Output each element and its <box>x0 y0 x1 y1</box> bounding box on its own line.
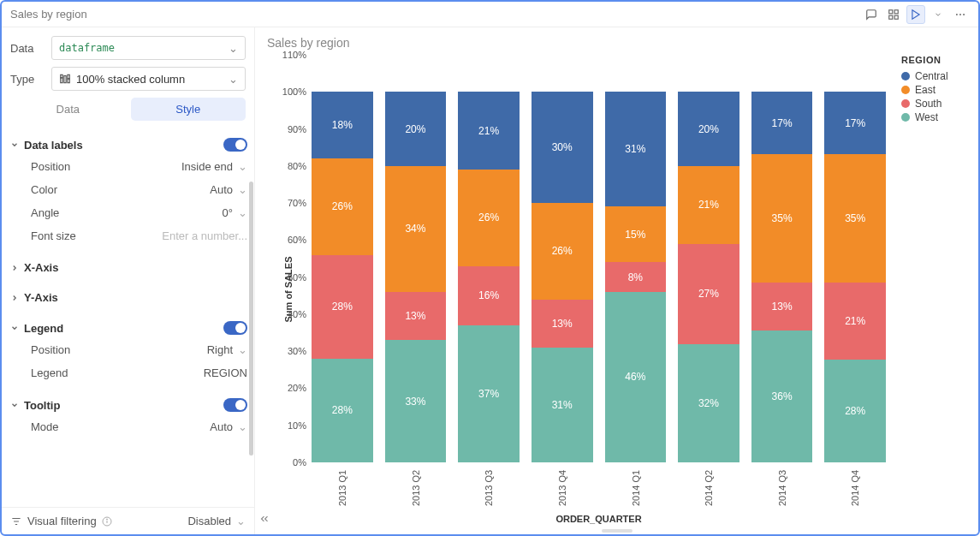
toggle-legend[interactable] <box>223 321 247 335</box>
bar-segment[interactable]: 46% <box>605 292 667 462</box>
y-tick: 100% <box>282 86 306 97</box>
legend-heading: REGION <box>901 55 966 65</box>
lg-position-select[interactable]: Right⌄ <box>207 343 247 356</box>
svg-rect-3 <box>894 15 898 19</box>
legend-swatch <box>901 72 910 80</box>
bar-segment[interactable]: 35% <box>824 154 886 283</box>
bar-column[interactable]: 20%21%27%32% <box>678 92 739 462</box>
bar-column[interactable]: 30%26%13%31% <box>532 92 593 462</box>
x-axis-label: ORDER_QUARTER <box>308 514 889 524</box>
section-yaxis[interactable]: Y-Axis <box>10 288 247 307</box>
svg-rect-1 <box>894 9 898 13</box>
legend-item[interactable]: South <box>901 98 966 110</box>
x-tick-label: 2013 Q3 <box>458 468 520 509</box>
bar-segment[interactable]: 26% <box>532 203 593 299</box>
legend-swatch <box>901 99 910 108</box>
legend-title: Legend <box>24 322 63 335</box>
dl-fontsize-label: Font size <box>31 229 76 242</box>
filter-icon <box>10 515 22 527</box>
toggle-tooltip[interactable] <box>223 398 247 412</box>
dl-fontsize-input[interactable]: Enter a number... <box>162 229 247 242</box>
section-xaxis[interactable]: X-Axis <box>10 258 247 277</box>
legend-item[interactable]: Central <box>901 70 966 82</box>
grid-icon[interactable] <box>884 5 903 24</box>
bar-segment[interactable]: 28% <box>824 360 886 462</box>
svg-marker-4 <box>912 9 919 19</box>
bar-segment[interactable]: 30% <box>532 92 593 203</box>
bar-segment[interactable]: 27% <box>678 244 739 344</box>
bar-segment[interactable]: 28% <box>312 255 373 359</box>
tt-mode-select[interactable]: Auto⌄ <box>210 420 247 433</box>
bar-segment[interactable]: 32% <box>678 344 739 462</box>
tab-style[interactable]: Style <box>131 98 246 121</box>
more-icon[interactable] <box>951 5 970 24</box>
dl-angle-select[interactable]: 0°⌄ <box>223 206 247 219</box>
tab-data[interactable]: Data <box>10 98 126 121</box>
bar-segment[interactable]: 13% <box>751 283 813 331</box>
stacked-column-icon <box>59 73 71 85</box>
dl-position-select[interactable]: Inside end⌄ <box>181 160 247 173</box>
section-legend[interactable]: Legend <box>10 318 247 338</box>
legend-item[interactable]: East <box>901 84 966 96</box>
bar-segment[interactable]: 26% <box>312 158 373 254</box>
dl-color-select[interactable]: Auto⌄ <box>210 183 247 196</box>
bar-segment[interactable]: 37% <box>458 325 520 462</box>
bar-column[interactable]: 18%26%28%28% <box>312 92 373 462</box>
bar-segment[interactable]: 21% <box>678 166 739 244</box>
legend-item[interactable]: West <box>901 111 966 123</box>
bar-column[interactable]: 21%26%16%37% <box>458 92 520 462</box>
run-icon[interactable] <box>906 5 925 24</box>
y-tick: 0% <box>293 457 306 468</box>
bar-segment[interactable]: 20% <box>385 92 447 166</box>
vf-label: Visual filtering <box>27 515 97 527</box>
bar-segment[interactable]: 13% <box>385 292 447 340</box>
chevron-down-icon <box>10 140 19 149</box>
bar-segment[interactable]: 20% <box>678 92 739 166</box>
sidebar-scrollbar[interactable] <box>249 182 253 456</box>
toggle-data-labels[interactable] <box>223 138 247 152</box>
header-bar: Sales by region <box>2 2 978 27</box>
vf-select[interactable]: Disabled⌄ <box>187 515 246 527</box>
chart-plot[interactable]: 0%10%20%30%40%50%60%70%80%90%100%110% 18… <box>308 55 889 462</box>
resize-handle[interactable] <box>602 529 633 533</box>
bar-segment[interactable]: 17% <box>751 92 813 154</box>
bar-column[interactable]: 17%35%13%36% <box>751 92 813 462</box>
bar-segment[interactable]: 36% <box>751 331 813 462</box>
bar-segment[interactable]: 21% <box>458 92 520 170</box>
y-tick: 20% <box>288 383 306 393</box>
yaxis-title: Y-Axis <box>24 291 58 304</box>
section-tooltip[interactable]: Tooltip <box>10 395 247 415</box>
data-select[interactable]: dataframe ⌄ <box>51 36 246 60</box>
bar-segment[interactable]: 33% <box>385 340 447 462</box>
bar-segment[interactable]: 31% <box>605 92 667 206</box>
dl-position-label: Position <box>31 160 70 173</box>
bar-column[interactable]: 20%34%13%33% <box>385 92 447 462</box>
bar-segment[interactable]: 26% <box>458 170 520 265</box>
bar-segment[interactable]: 31% <box>532 348 593 462</box>
bar-column[interactable]: 31%15%8%46% <box>605 92 667 462</box>
bar-segment[interactable]: 21% <box>824 283 886 360</box>
comment-icon[interactable] <box>862 5 881 24</box>
bar-segment[interactable]: 34% <box>385 166 447 292</box>
type-label: Type <box>10 73 45 86</box>
svg-rect-9 <box>61 74 62 78</box>
xaxis-title: X-Axis <box>24 261 58 274</box>
section-data-labels[interactable]: Data labels <box>10 134 247 155</box>
bar-segment[interactable]: 28% <box>312 359 373 462</box>
bar-segment[interactable]: 17% <box>824 92 886 154</box>
bar-segment[interactable]: 16% <box>458 266 520 325</box>
bar-segment[interactable]: 13% <box>532 300 593 348</box>
bar-segment[interactable]: 15% <box>605 206 667 262</box>
chart-title: Sales by region <box>267 36 966 50</box>
y-tick: 110% <box>282 50 306 60</box>
info-icon[interactable] <box>102 516 112 527</box>
bar-segment[interactable]: 35% <box>751 154 813 283</box>
svg-rect-10 <box>64 76 66 83</box>
bar-segment[interactable]: 18% <box>312 92 373 158</box>
run-chevron-icon[interactable] <box>929 5 947 24</box>
svg-rect-0 <box>889 9 893 13</box>
y-tick: 60% <box>288 235 306 245</box>
bar-segment[interactable]: 8% <box>605 262 667 292</box>
type-select[interactable]: 100% stacked column ⌄ <box>51 67 246 91</box>
bar-column[interactable]: 17%35%21%28% <box>824 92 886 462</box>
